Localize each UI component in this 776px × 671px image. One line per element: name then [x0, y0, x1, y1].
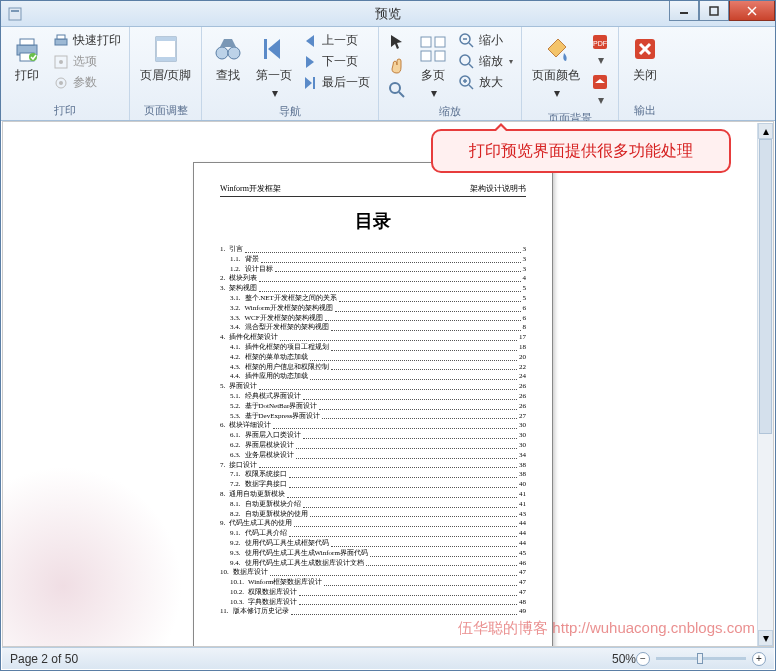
- quick-print-button[interactable]: 快速打印: [51, 31, 123, 50]
- svg-point-19: [216, 47, 228, 59]
- toc-item: 9.1.代码工具介绍44: [220, 529, 526, 539]
- svg-rect-21: [264, 39, 267, 59]
- minimize-button[interactable]: [669, 1, 699, 21]
- scroll-up-button[interactable]: ▴: [758, 123, 773, 139]
- prev-page-button[interactable]: 上一页: [300, 31, 372, 50]
- toc-item: 9.4.使用代码生成工具生成数据库设计文档46: [220, 559, 526, 569]
- toc-item: 4.2.框架的菜单动态加载20: [220, 353, 526, 363]
- zoom-thumb[interactable]: [697, 653, 703, 664]
- header-footer-icon: [150, 33, 182, 65]
- last-page-icon: [302, 75, 318, 91]
- toc-item: 5.1.经典模式界面设计26: [220, 392, 526, 402]
- printer-icon: [11, 33, 43, 65]
- pdf-icon: PDF: [591, 33, 609, 51]
- zoom-out-button[interactable]: 缩小: [457, 31, 515, 50]
- svg-rect-3: [710, 7, 718, 15]
- maximize-button[interactable]: [699, 1, 729, 21]
- toc-item: 4.4.插件应用的动态加载24: [220, 372, 526, 382]
- pointer-tool-button[interactable]: [385, 31, 409, 53]
- zoom-button[interactable]: 缩放▾: [457, 52, 515, 71]
- zoom-slider[interactable]: − +: [636, 652, 766, 666]
- svg-rect-22: [313, 77, 315, 89]
- toc-title: 目录: [220, 209, 526, 233]
- first-page-icon: [258, 33, 290, 65]
- toc-item: 4.3.框架的用户信息和权限控制22: [220, 363, 526, 373]
- next-page-icon: [302, 54, 318, 70]
- zoom-icon: [459, 54, 475, 70]
- titlebar: 预览: [1, 1, 775, 27]
- toc-item: 7.2.数据字典接口40: [220, 480, 526, 490]
- window-title: 预览: [375, 5, 401, 23]
- toc-item: 6.1.界面层入口类设计30: [220, 431, 526, 441]
- first-page-button[interactable]: 第一页▾: [252, 31, 296, 102]
- svg-point-15: [59, 81, 63, 85]
- zoom-minus-button[interactable]: −: [636, 652, 650, 666]
- toc-item: 8.2.自动更新模块的使用43: [220, 510, 526, 520]
- zoom-plus-button[interactable]: +: [752, 652, 766, 666]
- annotation-callout: 打印预览界面提供很多功能处理: [431, 129, 731, 173]
- svg-rect-28: [435, 51, 445, 61]
- find-button[interactable]: 查找: [208, 31, 248, 86]
- close-button[interactable]: [729, 1, 775, 21]
- document-page: Winform开发框架 架构设计说明书 目录 1.引言31.1.背景31.2.设…: [193, 162, 553, 647]
- toc-item: 3.架构视图5: [220, 284, 526, 294]
- export-pdf-button[interactable]: PDF▾: [588, 31, 612, 69]
- svg-rect-1: [11, 10, 19, 12]
- scroll-thumb[interactable]: [759, 139, 772, 434]
- ribbon-group-output: 关闭 输出: [619, 27, 671, 120]
- options-button[interactable]: 选项: [51, 52, 123, 71]
- page-header-left: Winform开发框架: [220, 183, 281, 194]
- toc-item: 6.2.界面层模块设计30: [220, 441, 526, 451]
- toc-item: 10.2.权限数据库设计47: [220, 588, 526, 598]
- magnifier-icon: [388, 81, 406, 99]
- svg-point-32: [460, 55, 470, 65]
- scroll-down-button[interactable]: ▾: [758, 630, 773, 646]
- zoom-in-button[interactable]: 放大: [457, 73, 515, 92]
- svg-rect-10: [55, 39, 67, 45]
- hand-tool-button[interactable]: [385, 55, 409, 77]
- svg-rect-18: [156, 57, 176, 61]
- paint-bucket-icon: [540, 33, 572, 65]
- app-icon: [7, 6, 23, 22]
- close-icon: [629, 33, 661, 65]
- last-page-button[interactable]: 最后一页: [300, 73, 372, 92]
- svg-line-37: [469, 85, 473, 89]
- toc-item: 3.2.Winform开发框架的架构视图6: [220, 304, 526, 314]
- toc-item: 1.2.设计目标3: [220, 265, 526, 275]
- ribbon-group-page-adjust: 页眉/页脚 页面调整: [130, 27, 202, 120]
- svg-rect-17: [156, 37, 176, 41]
- send-pdf-button[interactable]: ▾: [588, 71, 612, 109]
- toc-item: 5.界面设计26: [220, 382, 526, 392]
- params-icon: [53, 75, 69, 91]
- binoculars-icon: [212, 33, 244, 65]
- header-footer-button[interactable]: 页眉/页脚: [136, 31, 195, 86]
- multi-page-button[interactable]: 多页▾: [413, 31, 453, 102]
- toc-item: 5.2.基于DotNetBar界面设计26: [220, 402, 526, 412]
- vertical-scrollbar[interactable]: ▴ ▾: [757, 123, 773, 646]
- print-label: 打印: [15, 67, 39, 84]
- next-page-button[interactable]: 下一页: [300, 52, 372, 71]
- pdf-mail-icon: [591, 73, 609, 91]
- magnifier-tool-button[interactable]: [385, 79, 409, 101]
- toc-item: 9.代码生成工具的使用44: [220, 519, 526, 529]
- toc-item: 8.1.自动更新模块介绍41: [220, 500, 526, 510]
- zoom-track[interactable]: [656, 657, 746, 660]
- print-button[interactable]: 打印: [7, 31, 47, 86]
- quick-print-icon: [53, 33, 69, 49]
- toc-item: 2.模块列表4: [220, 274, 526, 284]
- page-color-button[interactable]: 页面颜色▾: [528, 31, 584, 102]
- params-button[interactable]: 参数: [51, 73, 123, 92]
- svg-point-23: [390, 83, 400, 93]
- ribbon-group-zoom: 多页▾ 缩小 缩放▾ 放大 缩放: [379, 27, 522, 120]
- svg-line-31: [469, 43, 473, 47]
- preview-area[interactable]: Winform开发框架 架构设计说明书 目录 1.引言31.1.背景31.2.设…: [2, 121, 774, 647]
- decorative-bg: [3, 446, 203, 646]
- svg-line-24: [399, 92, 404, 97]
- hand-icon: [388, 57, 406, 75]
- svg-rect-27: [421, 51, 431, 61]
- zoom-out-icon: [459, 33, 475, 49]
- close-preview-button[interactable]: 关闭: [625, 31, 665, 86]
- options-icon: [53, 54, 69, 70]
- toc-item: 8.通用自动更新模块41: [220, 490, 526, 500]
- toc-item: 9.3.使用代码生成工具生成Winform界面代码45: [220, 549, 526, 559]
